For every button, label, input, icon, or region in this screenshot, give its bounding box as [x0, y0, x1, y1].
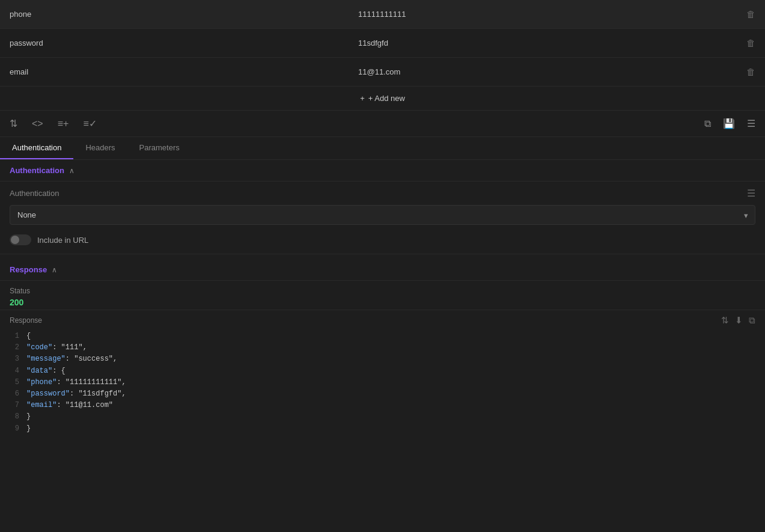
sort-icon[interactable]: ⇅ [7, 115, 20, 132]
download-icon[interactable]: ⬇ [735, 315, 743, 326]
status-label: Status [10, 287, 755, 295]
line-number: 3 [10, 353, 26, 365]
body-cell-key: password [0, 38, 349, 47]
auth-dropdown-wrapper: NoneBasic AuthBearer TokenAPI Key [10, 205, 755, 225]
copy-response-icon[interactable]: ⧉ [749, 315, 755, 326]
tab-authentication[interactable]: Authentication [0, 137, 73, 159]
toolbar-right: ⧉ 💾 ☰ [702, 115, 758, 132]
response-code-block: 1{2 "code": "111",3 "message": "success"… [0, 328, 765, 439]
status-value: 200 [10, 298, 755, 307]
delete-icon[interactable]: 🗑 [746, 67, 755, 77]
body-rows-container: phone 11111111111 🗑 password 11sdfgfd 🗑 … [0, 0, 765, 87]
filter-add-icon[interactable]: ≡+ [55, 116, 72, 132]
lines-icon[interactable]: ☰ [747, 188, 755, 199]
add-new-row: + + Add new [0, 87, 765, 111]
body-cell-action: 🗑 [736, 38, 765, 48]
status-row: Status 200 [0, 281, 765, 310]
body-row: password 11sdfgfd 🗑 [0, 29, 765, 58]
response-label: Response [10, 316, 42, 325]
body-cell-key: email [0, 67, 349, 76]
delete-icon[interactable]: 🗑 [746, 38, 755, 48]
tab-parameters[interactable]: Parameters [127, 137, 192, 159]
line-number: 2 [10, 342, 26, 353]
auth-chevron-icon: ∧ [69, 167, 75, 175]
line-number: 4 [10, 365, 26, 377]
body-cell-action: 🗑 [736, 9, 765, 19]
response-actions: ⇅ ⬇ ⧉ [721, 315, 755, 326]
body-cell-value: 11sdfgfd [349, 38, 736, 47]
line-content: "code": "111", [26, 342, 755, 353]
line-content: } [26, 411, 755, 423]
response-section-header[interactable]: Response ∧ [0, 259, 765, 281]
response-chevron-icon: ∧ [52, 266, 57, 274]
body-row: email 11@11.com 🗑 [0, 58, 765, 87]
line-content: "password": "11sdfgfd", [26, 388, 755, 400]
include-url-label: Include in URL [37, 236, 88, 245]
tabs-bar: AuthenticationHeadersParameters [0, 137, 765, 160]
toolbar: ⇅ <> ≡+ ≡✓ ⧉ 💾 ☰ [0, 111, 765, 137]
code-line: 5 "phone": "11111111111", [0, 377, 765, 388]
code-line: 6 "password": "11sdfgfd", [0, 388, 765, 400]
line-number: 8 [10, 411, 26, 423]
body-row: phone 11111111111 🗑 [0, 0, 765, 29]
line-content: "data": { [26, 365, 755, 377]
include-url-row: Include in URL [0, 228, 765, 254]
line-content: "email": "11@11.com" [26, 400, 755, 411]
line-number: 6 [10, 388, 26, 400]
code-line: 9} [0, 423, 765, 435]
line-content: "message": "success", [26, 353, 755, 365]
toggle-thumb [11, 236, 19, 244]
auth-section-body: Authentication ☰ NoneBasic AuthBearer To… [0, 182, 765, 254]
code-line: 8 } [0, 411, 765, 423]
body-cell-action: 🗑 [736, 67, 765, 77]
filter-check-icon[interactable]: ≡✓ [81, 115, 99, 132]
code-line: 2 "code": "111", [0, 342, 765, 353]
body-cell-value: 11111111111 [349, 10, 736, 19]
include-url-toggle[interactable] [10, 234, 31, 245]
line-number: 5 [10, 377, 26, 388]
body-cell-value: 11@11.com [349, 67, 736, 76]
menu-icon[interactable]: ☰ [745, 115, 758, 132]
auth-dropdown[interactable]: NoneBasic AuthBearer TokenAPI Key [10, 205, 755, 225]
auth-label: Authentication [10, 189, 59, 198]
line-number: 7 [10, 400, 26, 411]
auth-section-title: Authentication [10, 166, 64, 175]
code-line: 3 "message": "success", [0, 353, 765, 365]
body-cell-key: phone [0, 10, 349, 19]
toolbar-left: ⇅ <> ≡+ ≡✓ [7, 115, 702, 132]
line-number: 1 [10, 331, 26, 342]
copy-icon[interactable]: ⧉ [702, 116, 713, 132]
response-section-body: Status 200 Response ⇅ ⬇ ⧉ 1{2 "code": "1… [0, 281, 765, 439]
expand-icon[interactable]: ⇅ [721, 315, 729, 326]
delete-icon[interactable]: 🗑 [746, 9, 755, 19]
auth-dropdown-row: NoneBasic AuthBearer TokenAPI Key [0, 201, 765, 228]
line-content: { [26, 331, 755, 342]
line-content: "phone": "11111111111", [26, 377, 755, 388]
line-content: } [26, 423, 755, 435]
tab-headers[interactable]: Headers [73, 137, 127, 159]
plus-icon: + [360, 94, 365, 103]
code-icon[interactable]: <> [29, 116, 46, 132]
auth-section-header[interactable]: Authentication ∧ [0, 160, 765, 182]
response-label-row: Response ⇅ ⬇ ⧉ [0, 310, 765, 328]
add-new-button[interactable]: + + Add new [360, 94, 405, 103]
response-section-title: Response [10, 265, 47, 274]
code-line: 1{ [0, 331, 765, 342]
save-icon[interactable]: 💾 [721, 115, 737, 132]
code-line: 7 "email": "11@11.com" [0, 400, 765, 411]
auth-label-row: Authentication ☰ [0, 182, 765, 201]
add-new-label: + Add new [368, 94, 405, 103]
line-number: 9 [10, 423, 26, 435]
code-line: 4 "data": { [0, 365, 765, 377]
